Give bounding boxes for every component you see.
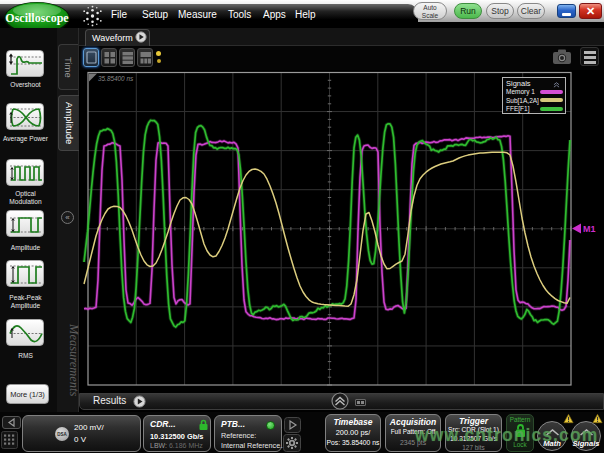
svg-text:M1: M1 bbox=[583, 224, 596, 234]
svg-text:35.85400 ns: 35.85400 ns bbox=[98, 75, 134, 82]
